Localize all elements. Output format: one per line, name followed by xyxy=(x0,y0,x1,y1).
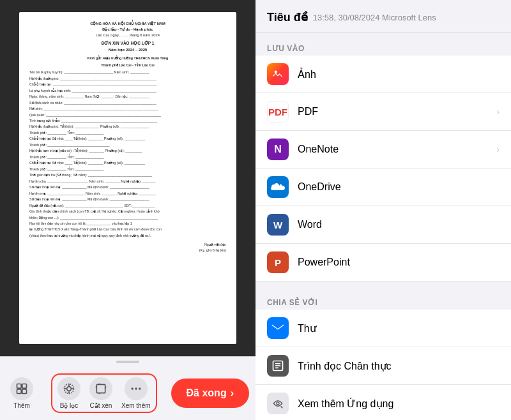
catxen-button[interactable]: Cắt xén xyxy=(89,377,112,409)
svg-point-15 xyxy=(131,387,133,389)
svg-rect-3 xyxy=(22,389,27,393)
header-title: Tiêu đề xyxy=(267,10,308,24)
doc-field-line: Họ tên cha ______________________ Năm si… xyxy=(29,179,226,184)
doc-title: ĐƠN XIN VÀO HỌC LỚP 1 xyxy=(29,40,226,47)
menu-item-xem-them-app[interactable]: Xem thêm Ứng dụng xyxy=(256,385,511,420)
doc-field-line: Số điện thoại liên hệ: _____________ Mã … xyxy=(29,184,226,190)
doc-field-line: Chỗ ở hiện tại: Số nhà: ____ Tổ(thôn): _… xyxy=(29,160,226,165)
mail-icon xyxy=(267,317,289,339)
doc-signature: Người viết đơn (Ký, ghi rõ họ tên) xyxy=(29,242,226,253)
svg-point-4 xyxy=(67,386,72,391)
right-header-top: Tiêu đề 13:58, 30/08/2024 Microsoft Lens xyxy=(267,10,500,24)
doc-field-line: Thành phố: __________ Tỉnh: ____________… xyxy=(29,154,226,160)
doc-field-line: Hộ khẩu thường trú: ____________________… xyxy=(29,76,226,81)
toolbar-handle xyxy=(116,361,139,363)
svg-point-18 xyxy=(275,71,277,73)
document-paper: CỘNG HÒA XÃ HỘI CHỦ NGHĨA VIỆT NAM Độc l… xyxy=(19,12,236,344)
doc-field-line: tại trường TH&THCS Xuân Tăng–Thành phố L… xyxy=(29,227,226,232)
doc-field-line: Nơi sinh: ______________________________… xyxy=(29,106,226,111)
svg-rect-0 xyxy=(17,384,22,388)
doc-field-line: Hộ khẩu thường trú: Tổ(thôn): __________… xyxy=(29,124,226,129)
xem-them-app-label: Xem thêm Ứng dụng xyxy=(298,398,500,410)
doc-field-line: Số điện thoại liên hệ: _____________ Mã … xyxy=(29,197,226,202)
right-header: Tiêu đề 13:58, 30/08/2024 Microsoft Lens xyxy=(256,0,511,33)
them-button[interactable]: Thêm xyxy=(6,377,37,409)
word-label: Word xyxy=(298,219,500,230)
doc-field-line: Thành phố: __________ Tỉnh: ____________… xyxy=(29,130,226,135)
doc-field-line: Họ tên mẹ: ____________________ Năm sinh… xyxy=(29,191,226,196)
doc-field-line: Tình trạng sức khỏe: ___________________… xyxy=(29,118,226,123)
catxen-icon xyxy=(89,377,112,400)
svg-point-24 xyxy=(277,402,279,405)
doc-field-line: Người đỡ đầu (nếu có): _________________… xyxy=(29,203,226,208)
more-apps-icon xyxy=(267,393,289,414)
svg-point-17 xyxy=(139,387,141,389)
onenote-icon: N xyxy=(267,139,289,160)
done-button[interactable]: Đã xong › xyxy=(171,379,249,408)
boloc-button[interactable]: Bộ lọc xyxy=(57,377,80,409)
svg-rect-2 xyxy=(17,389,22,393)
menu-item-onedrive[interactable]: OneDrive xyxy=(256,169,511,206)
menu-item-trinh-doc[interactable]: Trình đọc Chân thực xyxy=(256,347,511,385)
doc-field-line: Nay tôi làm đơn này xin cho con tôi là _… xyxy=(29,221,226,226)
menu-item-onenote[interactable]: N OneNote › xyxy=(256,131,511,169)
powerpoint-icon: P xyxy=(267,251,289,273)
doc-field-line: Số định danh cá nhân: __________________… xyxy=(29,100,226,105)
onenote-label: OneNote xyxy=(298,144,496,155)
menu-item-anh[interactable]: Ảnh xyxy=(256,56,511,93)
right-content: LƯU VÀO Ảnh PDF PDF › N OneNote xyxy=(256,33,511,420)
doc-field-line: Hộ khẩu tạm trú tại (nếu có) : Tổ(thôn):… xyxy=(29,148,226,153)
menu-item-word[interactable]: W Word xyxy=(256,206,511,244)
reader-icon xyxy=(267,355,289,377)
menu-item-thu[interactable]: Thư xyxy=(256,310,511,347)
thu-label: Thư xyxy=(298,322,500,334)
xemthem-button[interactable]: Xem thêm xyxy=(121,377,151,409)
menu-item-pdf[interactable]: PDF PDF › xyxy=(256,93,511,131)
trinh-doc-label: Trình đọc Chân thực xyxy=(298,360,500,372)
onenote-chevron: › xyxy=(496,144,500,154)
header-meta: 13:58, 30/08/2024 Microsoft Lens xyxy=(313,13,436,22)
svg-point-16 xyxy=(135,387,137,389)
doc-field-line: Tên tôi là (phụ huynh): ________________… xyxy=(29,70,226,75)
doc-field-line: Thành phố: __________ Tỉnh: ____________… xyxy=(29,167,226,172)
them-label: Thêm xyxy=(13,402,30,409)
chia-se-label: CHIA SẺ VỚI xyxy=(256,293,511,310)
doc-field-line: Ngày, tháng, năm sinh: __________ Nam (N… xyxy=(29,94,226,99)
xemthem-label: Xem thêm xyxy=(121,402,151,409)
svg-rect-1 xyxy=(22,384,27,388)
done-arrow: › xyxy=(231,387,234,399)
highlighted-toolbar-group: Bộ lọc Cắt xén xyxy=(51,373,157,413)
doc-subtitle: Năm học 2024 – 2025 xyxy=(29,47,226,53)
xemthem-icon xyxy=(125,377,148,400)
onedrive-icon xyxy=(267,176,289,198)
boloc-icon xyxy=(57,377,80,400)
doc-field-line: Thành phố: _____________________________… xyxy=(29,142,226,147)
anh-label: Ảnh xyxy=(298,68,500,80)
doc-field-line: Là phụ huynh của học sinh: _____________… xyxy=(29,88,226,93)
right-panel: Tiêu đề 13:58, 30/08/2024 Microsoft Lens… xyxy=(256,0,511,420)
doc-field-line: Chỗ ở hiện tại: Số nhà: ____ Tổ(thôn): _… xyxy=(29,136,226,141)
bottom-toolbar: Thêm Bộ lọc xyxy=(0,356,256,420)
pdf-chevron: › xyxy=(496,107,500,117)
doc-header: CỘNG HÒA XÃ HỘI CHỦ NGHĨA VIỆT NAM Độc l… xyxy=(29,21,226,38)
luu-vao-label: LƯU VÀO xyxy=(256,39,511,56)
doc-field-line: khăn; Đồng con ...): ___________________… xyxy=(29,215,226,220)
doc-field-line: (cháu) theo học tại trường và chấp hành … xyxy=(29,233,226,238)
catxen-label: Cắt xén xyxy=(90,402,112,409)
word-icon: W xyxy=(267,214,289,236)
photos-icon xyxy=(267,63,289,85)
doc-field-line: Gia đình thuộc diện chính sách (con TB; … xyxy=(29,209,226,214)
section-divider xyxy=(256,281,511,293)
doc-fields: Tên tôi là (phụ huynh): ________________… xyxy=(29,70,226,238)
doc-field-line: Quê quán: ______________________________… xyxy=(29,112,226,117)
doc-field-line: Thời gian tạm trú (Số tháng ; Số năm): _… xyxy=(29,172,226,177)
menu-item-powerpoint[interactable]: P PowerPoint xyxy=(256,244,511,281)
document-view: CỘNG HÒA XÃ HỘI CHỦ NGHĨA VIỆT NAM Độc l… xyxy=(0,0,256,356)
svg-rect-19 xyxy=(272,324,284,332)
done-label: Đã xong xyxy=(187,387,227,399)
toolbar-buttons: Thêm Bộ lọc xyxy=(0,366,256,420)
svg-rect-10 xyxy=(96,384,105,393)
boloc-label: Bộ lọc xyxy=(60,402,79,409)
pdf-label: PDF xyxy=(298,106,496,117)
doc-body: Kính gửi: Hiệu trưởng trường TH&THCS Xuâ… xyxy=(29,56,226,253)
